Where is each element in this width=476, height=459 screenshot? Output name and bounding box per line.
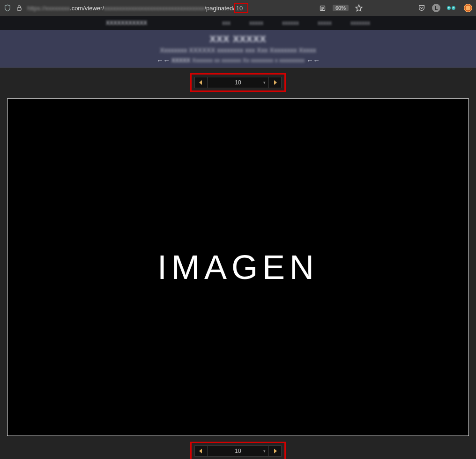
chevron-down-icon: ▾ xyxy=(263,449,266,453)
top-page-selector: 10 ▾ xyxy=(190,73,286,92)
series-banner: XXX XXXXX Xxxxxxxx XXXXXX xxxxxxxx xxx X… xyxy=(0,30,476,68)
nav-item-1[interactable]: xxxxx xyxy=(249,20,263,26)
bottom-pager-row: 10 ▾ xyxy=(0,442,476,459)
svg-marker-8 xyxy=(199,449,202,453)
top-pager-row: 10 ▾ xyxy=(0,73,476,92)
lock-icon[interactable] xyxy=(16,5,22,11)
addr-right-icons: 60% L xyxy=(319,4,472,12)
svg-rect-0 xyxy=(17,8,21,10)
prev-page-button[interactable] xyxy=(194,445,208,457)
reading-mode-line: ←← XXXXX Xxxxxxx xx xxxxxxx Xx xxxxxxxx … xyxy=(0,56,476,64)
url-page-highlight: 10 xyxy=(234,3,248,13)
chapter-subtitle: Xxxxxxxx XXXXXX xxxxxxxx xxx Xxx Xxxxxxx… xyxy=(0,46,476,54)
nav-item-0[interactable]: xxx xyxy=(222,20,231,26)
star-icon[interactable] xyxy=(355,4,363,12)
svg-marker-6 xyxy=(199,80,202,85)
next-page-button[interactable] xyxy=(268,445,282,457)
svg-marker-5 xyxy=(356,5,362,11)
chevron-down-icon: ▾ xyxy=(263,80,266,85)
page-image[interactable]: IMAGEN xyxy=(7,98,469,436)
extension-swirl-icon[interactable] xyxy=(464,4,472,12)
series-title: XXX XXXXX xyxy=(0,34,476,45)
nav-item-4[interactable]: xxxxxxx xyxy=(350,20,370,26)
address-bar: https://xxxxxxxx .com/viewer/ xxxxxxxxxx… xyxy=(0,0,476,16)
arrow-left-icon: ←← xyxy=(156,56,170,64)
arrow-left-icon: ←← xyxy=(306,56,320,64)
prev-page-button[interactable] xyxy=(194,77,208,88)
reader-area: 10 ▾ IMAGEN 10 ▾ xyxy=(0,68,476,459)
page-select-value: 10 xyxy=(235,448,241,454)
addr-left-icons xyxy=(4,4,22,12)
bottom-page-selector: 10 ▾ xyxy=(190,442,286,459)
next-page-button[interactable] xyxy=(268,77,282,88)
profile-avatar[interactable]: L xyxy=(432,4,440,12)
url-text[interactable]: https://xxxxxxxx .com/viewer/ xxxxxxxxxx… xyxy=(27,3,314,13)
top-nav: XXXXXXXXXXX xxx xxxxx xxxxxx xxxxx xxxxx… xyxy=(0,16,476,30)
page-select-value: 10 xyxy=(235,79,241,86)
reader-icon[interactable] xyxy=(319,5,326,12)
shield-icon[interactable] xyxy=(4,4,11,12)
page-select[interactable]: 10 ▾ xyxy=(208,77,268,88)
extension-eyes-icon[interactable] xyxy=(447,5,457,11)
svg-marker-9 xyxy=(274,449,277,453)
nav-item-2[interactable]: xxxxxx xyxy=(282,20,299,26)
image-placeholder-text: IMAGEN xyxy=(157,248,319,286)
zoom-indicator[interactable]: 60% xyxy=(333,5,349,11)
pocket-icon[interactable] xyxy=(418,4,425,12)
page-select[interactable]: 10 ▾ xyxy=(208,445,268,457)
nav-brand[interactable]: XXXXXXXXXXX xyxy=(106,20,147,26)
nav-item-3[interactable]: xxxxx xyxy=(318,20,332,26)
svg-marker-7 xyxy=(274,80,277,85)
